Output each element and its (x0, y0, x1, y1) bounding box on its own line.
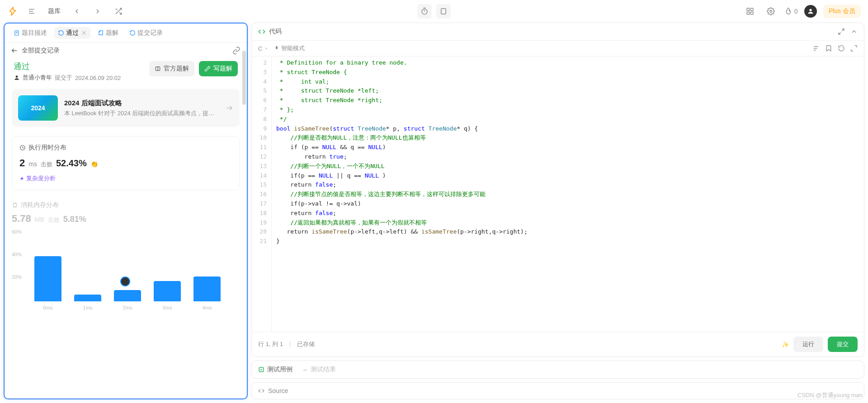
left-panel: 题目描述 通过 ✕ 题解 提交记录 全部提交记录 (4, 23, 248, 399)
svg-rect-10 (751, 12, 753, 14)
runtime-beat-pct: 52.43% (56, 158, 87, 169)
link-icon[interactable] (232, 47, 241, 55)
reset-icon[interactable] (838, 45, 845, 52)
chart-bar[interactable] (154, 281, 181, 301)
tab-submissions[interactable]: 提交记录 (126, 27, 166, 39)
problems-nav[interactable]: 题库 (45, 5, 63, 17)
memory-unit: MB (35, 216, 44, 223)
next-icon[interactable] (90, 4, 105, 19)
source-label: Source (268, 387, 288, 394)
runtime-card: 执行用时分布 2 ms 击败 52.43% 👏 ✦ 复杂度分析 (12, 136, 240, 190)
chart-bar[interactable] (74, 295, 101, 301)
timer-icon[interactable] (417, 4, 432, 19)
svg-rect-9 (747, 12, 749, 14)
user-marker (120, 276, 130, 286)
runtime-unit: ms (28, 160, 37, 168)
watermark: CSDN @普通young man (797, 391, 863, 399)
svg-line-30 (839, 32, 841, 34)
svg-point-19 (16, 75, 18, 78)
promo-image: 2024 (18, 95, 58, 121)
memory-beat-label: 击败 (48, 216, 60, 224)
code-icon (258, 28, 265, 35)
saved-status: 已存储 (297, 340, 315, 348)
settings-icon[interactable] (764, 4, 778, 19)
official-solution-button[interactable]: 官方题解 (149, 61, 194, 76)
fullscreen-icon[interactable] (850, 45, 858, 52)
svg-point-12 (809, 9, 811, 11)
back-icon[interactable] (11, 47, 18, 54)
leetcode-logo[interactable] (7, 6, 18, 17)
clock-icon (19, 145, 26, 151)
user-avatar-small (14, 75, 20, 81)
svg-rect-24 (14, 204, 17, 207)
tab-accepted[interactable]: 通过 ✕ (54, 27, 90, 39)
username[interactable]: 普通小青年 (23, 74, 52, 82)
promo-title: 2024 后端面试攻略 (64, 99, 219, 108)
bookmark-icon[interactable] (825, 45, 832, 52)
chart-bar[interactable] (34, 256, 61, 301)
cursor-position: 行 1, 列 1 (258, 340, 283, 348)
complexity-link[interactable]: ✦ 复杂度分析 (19, 174, 56, 183)
runtime-chart: 60% 40% 20% 0ms1ms2ms3ms4ms (12, 229, 240, 310)
scrollbar[interactable] (242, 51, 246, 394)
prev-icon[interactable] (70, 4, 84, 19)
chevron-right-icon (225, 104, 233, 112)
svg-rect-7 (747, 8, 749, 10)
list-icon[interactable] (24, 4, 39, 19)
close-icon[interactable]: ✕ (81, 29, 87, 37)
run-button[interactable]: 运行 (793, 337, 823, 352)
chevron-up-icon[interactable] (850, 28, 858, 35)
source-panel[interactable]: Source (251, 382, 864, 399)
expand-icon[interactable] (838, 28, 845, 35)
promo-desc: 本 LeetBook 针对于 2024 后端岗位的面试高频考点，提… (64, 109, 219, 117)
test-cases-tab[interactable]: 测试用例 (258, 366, 292, 374)
tabs: 题目描述 通过 ✕ 题解 提交记录 (5, 23, 247, 43)
subheader: 全部提交记录 (5, 43, 247, 58)
streak-count: 0 (794, 8, 798, 15)
runtime-beat-label: 击败 (41, 160, 52, 169)
code-editor[interactable]: 23456789101112131415161718192021 * Defin… (252, 56, 864, 332)
memory-beat-pct: 5.81% (63, 215, 86, 224)
memory-icon (12, 202, 18, 208)
svg-line-29 (842, 29, 844, 31)
tab-solution[interactable]: 题解 (94, 27, 122, 39)
problems-label: 题库 (48, 7, 61, 15)
streak[interactable]: 0 (784, 7, 798, 15)
memory-title: 消耗内存分布 (21, 201, 59, 209)
plus-button[interactable]: Plus 会员 (823, 5, 861, 18)
memory-value: 5.78 (12, 213, 31, 225)
submit-prefix: 提交于 (55, 74, 72, 82)
code-panel: 代码 C 智能模式 (251, 23, 864, 357)
promo-card[interactable]: 2024 2024 后端面试攻略 本 LeetBook 针对于 2024 后端岗… (12, 89, 240, 127)
submit-time: 2024.06.09 20:02 (75, 75, 121, 81)
chart-bar[interactable] (114, 290, 141, 301)
shuffle-icon[interactable] (111, 4, 126, 19)
avatar[interactable] (804, 5, 817, 18)
runtime-title: 执行用时分布 (28, 144, 66, 152)
svg-rect-6 (441, 9, 446, 14)
all-submissions-label[interactable]: 全部提交记录 (22, 47, 60, 55)
tab-description[interactable]: 题目描述 (10, 27, 51, 39)
code-title: 代码 (269, 28, 282, 36)
svg-point-11 (770, 10, 772, 13)
note-icon[interactable] (436, 4, 451, 19)
code-icon (258, 388, 264, 394)
test-panel: 测试用例 测试结果 (251, 361, 864, 379)
submit-button[interactable]: 提交 (828, 337, 858, 352)
clap-icon: 👏 (90, 160, 98, 168)
chart-bar[interactable] (193, 276, 221, 301)
lang-selector[interactable]: C (258, 45, 269, 52)
runtime-value: 2 (19, 157, 25, 169)
write-solution-button[interactable]: 写题解 (199, 61, 238, 76)
format-icon[interactable] (812, 45, 820, 52)
svg-rect-8 (751, 8, 753, 10)
grid-icon[interactable] (743, 4, 757, 19)
smart-mode[interactable]: 智能模式 (274, 44, 305, 52)
status-text: 通过 (14, 61, 121, 72)
topbar: 题库 0 Plus 会员 (0, 0, 868, 23)
test-results-tab[interactable]: 测试结果 (302, 366, 336, 374)
sparkle-icon[interactable]: ✨ (782, 341, 789, 348)
